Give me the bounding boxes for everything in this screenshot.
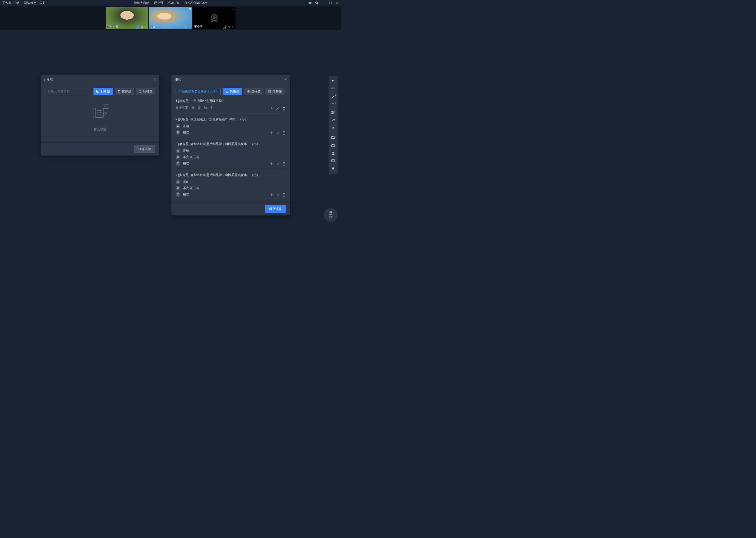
hand-raise-button[interactable]: 0/2: [324, 208, 338, 222]
video-name: 叮当老师: [107, 25, 118, 28]
option-badge: A: [176, 180, 180, 184]
add-choice-button[interactable]: 选择题: [115, 88, 134, 95]
close-panel-icon[interactable]: ×: [285, 77, 287, 82]
quiz-name-input[interactable]: [45, 88, 91, 95]
question-option[interactable]: B错误: [176, 130, 286, 135]
svg-point-2: [185, 27, 186, 28]
option-text: 不完全正确: [183, 155, 199, 159]
edit-icon[interactable]: [276, 131, 280, 135]
panel-title: 测验: [174, 77, 181, 82]
right-toolbar: T: [329, 76, 338, 175]
edit-icon[interactable]: [276, 193, 280, 197]
svg-text:T: T: [140, 91, 140, 92]
video-tile-student[interactable]: × Nina: [149, 7, 192, 29]
move-icon[interactable]: [269, 131, 273, 135]
close-window-icon[interactable]: [336, 1, 339, 5]
delete-icon[interactable]: [282, 193, 286, 197]
svg-point-1: [141, 27, 143, 28]
question-option[interactable]: C错误: [176, 192, 286, 197]
minimize-icon[interactable]: [322, 1, 325, 5]
question-option[interactable]: C错误: [176, 161, 286, 166]
panel-title: 测验: [47, 77, 54, 82]
video-tile-student[interactable]: × 王小明: [193, 7, 235, 29]
add-short-button[interactable]: T 简答题: [136, 88, 155, 95]
empty-text: 暂无试题: [94, 127, 106, 132]
question-option[interactable]: B不完全正确: [176, 155, 286, 159]
video-name: Nina: [150, 26, 157, 28]
svg-point-27: [332, 127, 334, 129]
class-elapsed: 已上课：02:34:09: [154, 1, 179, 5]
option-badge: A: [176, 124, 180, 129]
mic-icon[interactable]: [144, 26, 147, 28]
move-icon[interactable]: [269, 193, 273, 197]
user-tool-icon[interactable]: [329, 149, 338, 157]
question-title: 2 [判断题] 我国宪法上一次更新是在2020年。（2分）: [176, 117, 286, 122]
option-text: 是的: [183, 180, 189, 184]
question-actions: [269, 193, 286, 197]
add-judge-button[interactable]: 判断题: [223, 88, 242, 95]
save-quiz-button[interactable]: 保存试卷: [265, 205, 286, 213]
delete-icon[interactable]: [282, 106, 286, 110]
text-tool-icon[interactable]: T: [329, 101, 338, 109]
camera-toggle-icon[interactable]: [308, 1, 312, 5]
eraser-tool-icon[interactable]: [329, 117, 338, 125]
option-badge: B: [176, 155, 180, 159]
question-option[interactable]: A正确: [176, 148, 286, 153]
empty-state: 暂无试题: [45, 99, 155, 132]
bell-tool-icon[interactable]: [329, 165, 338, 173]
mic-icon[interactable]: [231, 26, 234, 28]
option-text: 不完全正确: [183, 186, 199, 190]
question-block: 1 [简答题] 一年四季分别是哪四季?参考答案：春、夏、秋、冬: [176, 99, 286, 114]
question-option[interactable]: A正确: [176, 124, 286, 129]
move-icon[interactable]: [269, 106, 273, 110]
session-id: ID：2020070324: [184, 1, 208, 5]
question-title: 4 [多选题] 施华洛世奇是反华品牌，所以梁鼎琪反华。（2分）: [176, 173, 286, 177]
question-title: 1 [简答题] 一年四季分别是哪四季?: [176, 99, 286, 103]
scissors-tool-icon[interactable]: [329, 109, 338, 117]
back-icon[interactable]: ‹: [44, 78, 45, 82]
hand-raise-count: 0/2: [329, 216, 333, 219]
svg-point-21: [248, 91, 249, 92]
edit-icon[interactable]: [276, 106, 280, 110]
svg-rect-28: [332, 144, 335, 146]
close-video-icon[interactable]: ×: [189, 7, 191, 11]
folder-tool-icon[interactable]: [329, 134, 338, 141]
settings-icon[interactable]: [315, 1, 319, 5]
close-video-icon[interactable]: ×: [233, 7, 234, 11]
move-icon[interactable]: [269, 162, 273, 166]
cursor-tool-icon[interactable]: [329, 77, 338, 85]
add-judge-button[interactable]: 判断题: [93, 88, 113, 95]
video-tile-teacher[interactable]: 叮当老师: [106, 7, 148, 29]
save-quiz-button[interactable]: 保存试卷: [134, 145, 155, 153]
svg-text:T: T: [269, 91, 270, 92]
question-option[interactable]: A是的: [176, 180, 286, 184]
svg-point-16: [104, 106, 105, 107]
maximize-icon[interactable]: [329, 1, 332, 5]
add-short-button[interactable]: T 简答题: [265, 88, 285, 95]
toolbox-tool-icon[interactable]: [329, 141, 338, 149]
delete-icon[interactable]: [282, 162, 286, 166]
brightness-tool-icon[interactable]: [329, 125, 338, 133]
question-title: 3 [单选题] 施华洛世奇是反华品牌，所以梁鼎琪反华。（2分）: [176, 142, 286, 146]
question-actions: [269, 162, 286, 166]
question-block: 2 [判断题] 我国宪法上一次更新是在2020年。（2分）A正确B错误: [176, 117, 286, 138]
option-badge: C: [176, 161, 180, 166]
quiz-name-input[interactable]: [176, 88, 221, 95]
edit-icon[interactable]: [276, 162, 280, 166]
close-panel-icon[interactable]: ×: [154, 77, 156, 82]
question-actions: [269, 106, 286, 110]
question-option[interactable]: B不完全正确: [176, 186, 286, 190]
move-tool-icon[interactable]: [329, 85, 338, 93]
delete-icon[interactable]: [282, 131, 286, 135]
badge-icon: [140, 26, 144, 28]
mic-muted-icon[interactable]: [228, 26, 231, 28]
option-badge: C: [176, 192, 180, 197]
add-choice-button[interactable]: 选择题: [244, 88, 263, 95]
hand-icon: [328, 211, 333, 216]
question-block: 4 [多选题] 施华洛世奇是反华品牌，所以梁鼎琪反华。（2分）A是的B不完全正确…: [176, 173, 286, 200]
chat-tool-icon[interactable]: [329, 157, 338, 165]
mic-icon[interactable]: [188, 26, 191, 28]
pen-tool-icon[interactable]: [329, 93, 338, 101]
svg-point-17: [105, 106, 106, 107]
camera-off-icon: [209, 12, 220, 24]
